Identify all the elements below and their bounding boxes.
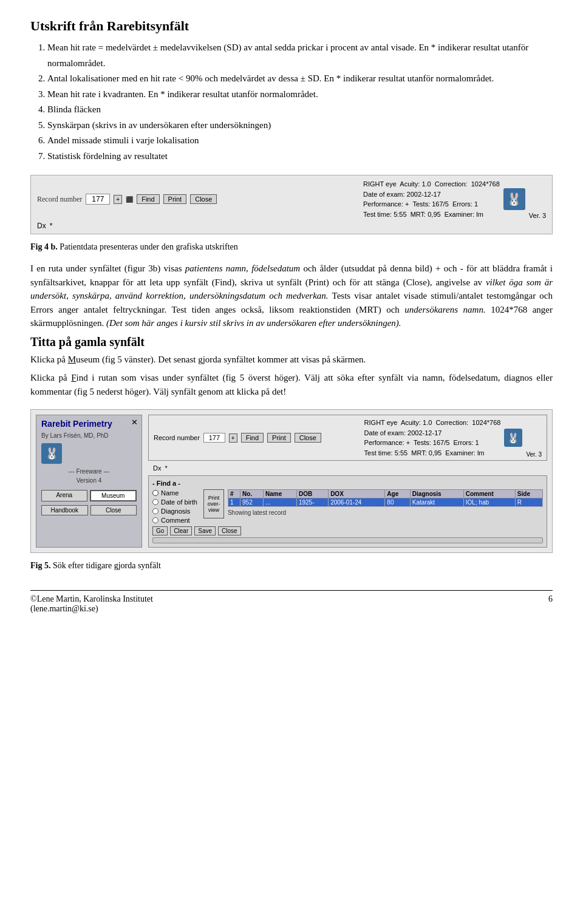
para1-italic3: undersökarens namn. [404, 305, 485, 314]
panel-rabbit-icon: 🐰 [41, 443, 62, 464]
list-item: Statistisk fördelning av resultatet [47, 149, 553, 165]
option-diagnosis-label: Diagnosis [161, 508, 190, 515]
print-button[interactable]: Print [163, 194, 187, 204]
close-button[interactable]: Close [190, 194, 217, 204]
pr-info-block: RIGHT eye Acuity: 1.0 Correction: 1024*7… [364, 418, 501, 458]
option-dob-label: Date of birth [161, 498, 197, 506]
col-name: Name [264, 490, 297, 498]
body-paragraph-2: Klicka på Museum (fig 5 vänster). Det se… [30, 353, 553, 367]
find-box: - Find a - Name Date of birth Diagnosis [148, 475, 547, 548]
col-age: Age [385, 490, 411, 498]
cell-comment: IOL; hab [463, 498, 515, 507]
pr-date: Date of exam: 2002-12-17 [364, 429, 442, 437]
cell-side: R [515, 498, 542, 507]
pr-print-button[interactable]: Print [267, 433, 291, 443]
fig4b-info: RIGHT eye Acuity: 1.0 Correction: 1024*7… [363, 179, 500, 219]
handbook-button[interactable]: Handbook [41, 505, 88, 515]
fig4b-dx-row: Dx * [37, 222, 546, 230]
find-row: Name Date of birth Diagnosis Comment [152, 489, 543, 524]
fig4b-caption-text: Patientdata presenteras under den grafis… [60, 242, 238, 251]
list-item: Synskärpan (skrivs in av undersökaren ef… [47, 118, 553, 134]
col-comment: Comment [463, 490, 515, 498]
panel-freeware-label: --- Freeware --- [41, 468, 137, 475]
table-header-row: # No. Name DOB DOX Age Diagnosis Comment… [228, 490, 542, 498]
find-bottom-buttons: Go Clear Save Close [152, 526, 543, 535]
find-close-button[interactable]: Close [218, 526, 241, 535]
panel-btn-row-2: Handbook Close [41, 505, 137, 515]
pr-record-input[interactable] [203, 433, 225, 443]
fig4b-caption-bold: Fig 4 b. [30, 242, 58, 251]
pr-acuity: Acuity: 1.0 [401, 419, 432, 426]
list-item: Andel missade stimuli i varje lokalisati… [47, 133, 553, 149]
page-heading: Utskrift från Rarebitsynfält [30, 18, 553, 34]
para1-italic: patientens namn, födelsedatum [185, 263, 300, 273]
col-side: Side [515, 490, 542, 498]
arena-button[interactable]: Arena [41, 490, 87, 501]
museum-button[interactable]: Museum [90, 490, 137, 501]
cell-dox: 2006-01-24 [329, 498, 385, 507]
radio-comment[interactable] [152, 517, 159, 523]
col-no: No. [240, 490, 264, 498]
pr-close-button[interactable]: Close [295, 433, 321, 443]
figure-5-box: ✕ Rarebit Perimetry By Lars Frisén, MD, … [30, 409, 553, 553]
panel-app-title: Rarebit Perimetry [41, 419, 137, 429]
print-overview-button[interactable]: Print over- view [203, 489, 224, 518]
cell-dob: 1925- [296, 498, 328, 507]
find-option-comment: Comment [152, 517, 197, 524]
horizontal-scrollbar[interactable] [152, 537, 543, 543]
find-table-area: # No. Name DOB DOX Age Diagnosis Comment… [228, 489, 543, 516]
tests-label: Tests: 167/5 [412, 200, 448, 208]
table-row[interactable]: 1 952 ... 1925- 2006-01-24 80 Katarakt I… [228, 498, 542, 507]
ver-label: Ver. 3 [529, 212, 546, 219]
correction-label: Correction: [435, 180, 468, 188]
find-option-name: Name [152, 489, 197, 497]
clear-button[interactable]: Clear [170, 526, 192, 535]
radio-diagnosis[interactable] [152, 508, 159, 514]
panel-close-button[interactable]: Close [90, 505, 137, 515]
pr-mrt: MRT: 0,95 [411, 449, 442, 457]
pr-performance: Performance: + [364, 439, 411, 446]
footer-page-number: 6 [548, 594, 553, 614]
pr-examiner: Examiner: lm [445, 449, 484, 457]
save-button[interactable]: Save [194, 526, 216, 535]
find-underline: F [71, 373, 76, 382]
col-diagnosis: Diagnosis [410, 490, 463, 498]
pr-dx-val: * [165, 464, 168, 472]
pr-find-button[interactable]: Find [241, 433, 264, 443]
list-item: Blinda fläcken [47, 102, 553, 118]
radio-name[interactable] [152, 490, 159, 496]
record-plus-button[interactable]: + [114, 195, 122, 204]
col-hash: # [228, 490, 240, 498]
cell-age: 80 [385, 498, 411, 507]
record-number-label: Record number [37, 195, 82, 204]
find-button[interactable]: Find [137, 194, 159, 204]
list-item: Mean hit rate = medelvärdet ± medelavvik… [47, 40, 553, 71]
pr-plus-button[interactable]: + [229, 433, 237, 443]
panel-app-subtitle: By Lars Frisén, MD, PhD [41, 432, 137, 439]
testtime-label: Test time: 5:55 [363, 211, 407, 218]
list-item: Antal lokalisationer med en hit rate < 9… [47, 71, 553, 87]
examiner-label: Examiner: lm [445, 211, 483, 218]
find-option-dob: Date of birth [152, 498, 197, 506]
go-button[interactable]: Go [152, 526, 168, 535]
pr-ver: Ver. 3 [526, 451, 542, 458]
heading-2: Titta på gamla synfält [30, 335, 553, 349]
figure-4b-box: Record number + ⬛ Find Print Close RIGHT… [30, 175, 553, 234]
record-number-input[interactable] [86, 194, 110, 205]
museum-underline: M [68, 355, 76, 364]
footer: ©Lene Martin, Karolinska Institutet (len… [30, 590, 553, 614]
res-label: 1024*768 [471, 180, 500, 188]
panel-left: ✕ Rarebit Perimetry By Lars Frisén, MD, … [36, 415, 142, 548]
pr-rabbit-icon: 🐰 [504, 429, 522, 447]
pr-correction: Correction: [435, 419, 468, 426]
performance-label: Performance: + [363, 200, 409, 208]
para1-text: I en ruta under synfältet (figur 3b) vis… [30, 263, 185, 273]
close-x-icon[interactable]: ✕ [131, 418, 138, 427]
pr-record-label: Record number [154, 434, 200, 441]
para1-italic4: (Det som här anges i kursiv stil skrivs … [106, 318, 401, 328]
footer-left: ©Lene Martin, Karolinska Institutet (len… [30, 594, 153, 614]
fig5-caption-line: Fig 5. Sök efter tidigare gjorda synfält [30, 559, 553, 572]
pr-tests: Tests: 167/5 [414, 439, 449, 446]
radio-dob[interactable] [152, 499, 159, 505]
pr-testtime: Test time: 5:55 [364, 449, 408, 457]
